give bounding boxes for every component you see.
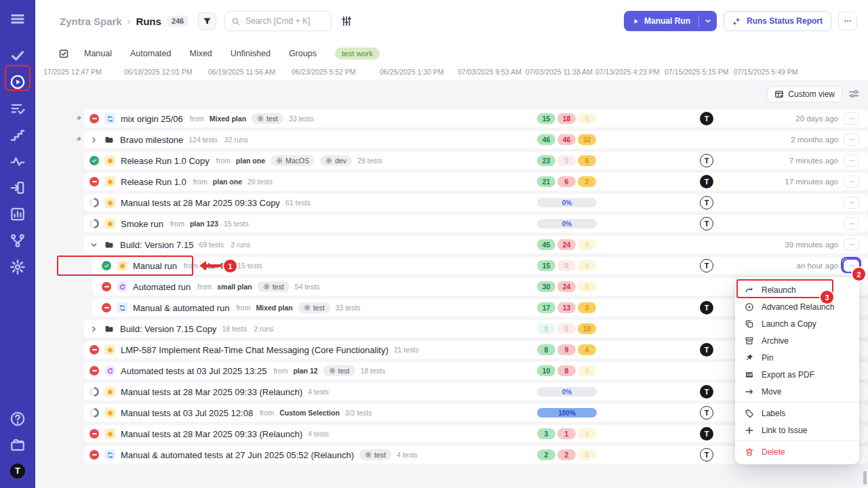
tab-groups[interactable]: Groups bbox=[289, 49, 317, 58]
run-meta: 61 tests bbox=[285, 199, 311, 207]
result-pills: 15180 bbox=[537, 113, 596, 124]
menu-item-export-as-pdf[interactable]: Export as PDF bbox=[735, 366, 859, 383]
row-more-button[interactable] bbox=[844, 176, 859, 188]
sidebar-item-imports[interactable] bbox=[9, 180, 26, 196]
menu-item-launch-a-copy[interactable]: Launch a Copy bbox=[735, 315, 859, 332]
menu-item-advanced-relaunch[interactable]: Advanced Relaunch bbox=[735, 298, 859, 315]
run-group-row[interactable]: Build: Version 7.1569 tests3 runs bbox=[84, 236, 868, 253]
row-more-button[interactable] bbox=[844, 260, 859, 272]
sidebar: T bbox=[0, 0, 35, 488]
gear-icon bbox=[257, 115, 264, 122]
result-pill-green: 17 bbox=[537, 302, 555, 313]
row-more-button[interactable] bbox=[844, 134, 859, 146]
tab-mixed[interactable]: Mixed bbox=[189, 49, 212, 58]
result-pills: 17133 bbox=[537, 302, 596, 313]
status-stopped-icon bbox=[102, 303, 111, 312]
result-pills: 220 bbox=[537, 449, 596, 460]
environment-tag: test bbox=[323, 365, 355, 376]
run-row[interactable]: Manual runfromplan 12315 tests bbox=[92, 257, 868, 274]
chevron-right-icon[interactable] bbox=[90, 325, 98, 333]
run-row[interactable]: Smoke runfromplan 12315 tests bbox=[84, 215, 868, 232]
chevron-right-icon[interactable] bbox=[90, 136, 98, 144]
search-box[interactable] bbox=[224, 11, 332, 31]
menu-item-relaunch[interactable]: Relaunch bbox=[735, 281, 859, 298]
select-runs-icon[interactable] bbox=[58, 48, 69, 59]
sidebar-item-defects[interactable] bbox=[9, 153, 26, 169]
sidebar-item-milestones[interactable] bbox=[9, 127, 26, 143]
run-row-wrap: mix origin 25/06fromMixed plantest33 tes… bbox=[35, 110, 868, 127]
row-more-button[interactable] bbox=[844, 239, 859, 251]
filter-button[interactable] bbox=[198, 12, 216, 30]
sidebar-item-help[interactable] bbox=[9, 411, 26, 427]
status-passed-icon bbox=[90, 156, 99, 165]
menu-item-archive[interactable]: Archive bbox=[735, 332, 859, 349]
search-input[interactable] bbox=[244, 16, 325, 26]
manual-run-dropdown[interactable] bbox=[699, 11, 717, 31]
run-row-wrap: Build: Version 7.1569 tests3 runs4524039… bbox=[35, 236, 868, 253]
result-pills: 0018 bbox=[537, 323, 596, 334]
tab-automated[interactable]: Automated bbox=[130, 49, 171, 58]
run-row[interactable]: Release Run 1.0fromplan one29 tests bbox=[84, 173, 868, 190]
sidebar-item-projects[interactable] bbox=[9, 437, 26, 453]
manual-run-icon bbox=[104, 176, 115, 187]
result-pill-red: 24 bbox=[557, 239, 576, 250]
filter-chip-test-work[interactable]: test work bbox=[335, 47, 380, 60]
scrollbar-thumb[interactable] bbox=[863, 471, 867, 485]
chart-icon bbox=[9, 206, 26, 222]
row-more-button[interactable] bbox=[844, 155, 859, 167]
run-row-wrap: Smoke runfromplan 12315 tests0%T bbox=[35, 215, 868, 232]
status-stopped-icon bbox=[90, 366, 99, 375]
sidebar-item-settings[interactable] bbox=[9, 259, 26, 275]
manual-run-button[interactable]: Manual Run bbox=[624, 11, 717, 31]
menu-divider bbox=[735, 441, 859, 441]
user-avatar[interactable]: T bbox=[10, 464, 25, 479]
signin-icon bbox=[9, 180, 26, 196]
result-pill-green: 3 bbox=[537, 428, 555, 439]
result-pill-green: 46 bbox=[537, 134, 555, 145]
adjustments-icon[interactable] bbox=[340, 15, 353, 27]
run-meta: 29 tests bbox=[357, 157, 382, 165]
folders-icon bbox=[9, 437, 26, 453]
run-meta: 4 tests bbox=[308, 388, 329, 396]
tab-unfinished[interactable]: Unfinished bbox=[231, 49, 271, 58]
menu-item-labels[interactable]: Labels bbox=[735, 405, 859, 422]
view-options-icon[interactable] bbox=[848, 88, 860, 100]
menu-item-link-to-issue[interactable]: Link to Issue bbox=[735, 422, 859, 439]
menu-item-delete[interactable]: Delete bbox=[735, 443, 859, 460]
sparkles-icon bbox=[732, 16, 742, 26]
sidebar-item-test-plans[interactable] bbox=[9, 100, 26, 117]
runs-status-report-button[interactable]: Runs Status Report bbox=[724, 11, 831, 31]
assignee-avatar: T bbox=[700, 196, 713, 209]
run-row[interactable]: mix origin 25/06fromMixed plantest33 tes… bbox=[84, 110, 868, 127]
run-row[interactable]: Manual tests at 28 Mar 2025 09:33 Copy61… bbox=[84, 194, 868, 211]
run-name: Bravo milestone bbox=[120, 135, 183, 145]
result-pill-yellow: 2 bbox=[578, 176, 596, 187]
run-name: Manual tests at 28 Mar 2025 09:33 (Relau… bbox=[121, 429, 302, 439]
sidebar-item-integrations[interactable] bbox=[9, 232, 26, 249]
tab-manual[interactable]: Manual bbox=[84, 49, 112, 58]
plan-name: plan 123 bbox=[190, 220, 218, 228]
row-more-button[interactable] bbox=[844, 197, 859, 209]
sidebar-item-runs[interactable] bbox=[9, 74, 26, 90]
run-meta: 15 tests bbox=[237, 262, 262, 270]
menu-item-move[interactable]: Move bbox=[735, 383, 859, 400]
sidebar-item-reports[interactable] bbox=[9, 206, 26, 222]
run-meta: 33 tests bbox=[336, 304, 361, 312]
result-pill-red: 13 bbox=[557, 302, 576, 313]
mixed-run-icon bbox=[104, 113, 115, 124]
plan-name: plan 123 bbox=[203, 262, 232, 270]
row-more-button[interactable] bbox=[844, 113, 859, 125]
menu-item-pin[interactable]: Pin bbox=[735, 349, 859, 366]
sidebar-item-test-cases[interactable] bbox=[9, 47, 26, 64]
row-more-button[interactable] bbox=[844, 218, 859, 230]
breadcrumb-project[interactable]: Zyntra Spark bbox=[60, 16, 122, 27]
chevron-down-icon[interactable] bbox=[90, 241, 98, 249]
manual-run-icon bbox=[104, 218, 115, 229]
custom-view-button[interactable]: Custom view bbox=[767, 86, 842, 102]
sidebar-item-menu[interactable] bbox=[9, 11, 26, 27]
run-group-row[interactable]: Bravo milestone124 tests32 runs bbox=[84, 131, 868, 148]
result-pill-red: 0 bbox=[557, 323, 576, 334]
run-row[interactable]: Release Run 1.0 Copyfromplan oneMacOSdev… bbox=[84, 152, 868, 169]
tag-icon bbox=[745, 409, 754, 418]
header-more-button[interactable] bbox=[838, 12, 857, 30]
